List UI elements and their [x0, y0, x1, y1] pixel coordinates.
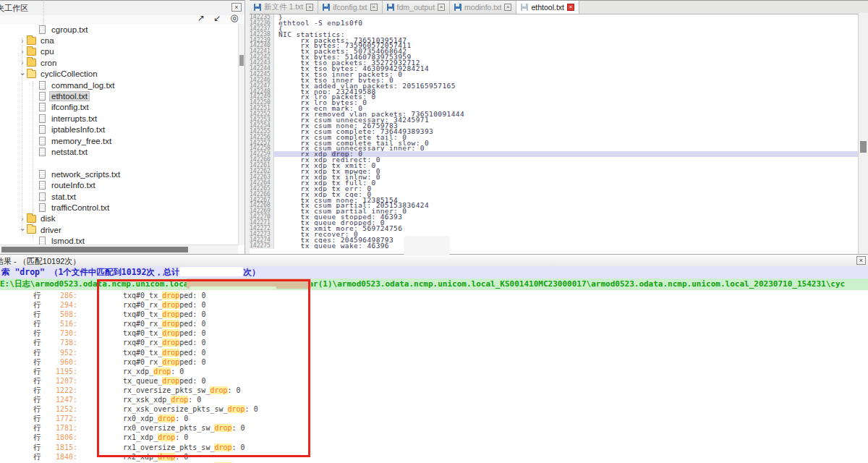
editor-line: 142261 rx_xdp_tx_xmit: 0: [250, 163, 859, 169]
close-icon[interactable]: ×: [231, 3, 242, 12]
tree-item[interactable]: › driver: [0, 224, 238, 235]
tab-close-icon[interactable]: ×: [504, 4, 511, 11]
folder-icon: [27, 215, 36, 223]
editor-line: 142248 tx_nop: 232419588: [250, 89, 859, 95]
row-line-number: 1207:: [43, 376, 77, 386]
locate-file-icon[interactable]: ◎: [229, 12, 240, 24]
tree-item-label: disk: [39, 214, 56, 223]
tree-item[interactable]: › cpu: [0, 46, 238, 57]
tab-close-icon[interactable]: ×: [567, 4, 574, 11]
line-text: tx_tso_inner_bytes: 0: [274, 77, 859, 83]
tree-item[interactable]: › cyclicCollection: [0, 69, 238, 80]
tree-item[interactable]: iptablesInfo.txt: [0, 124, 238, 135]
tree-item[interactable]: › cron: [0, 57, 238, 68]
tree-item[interactable]: network_scripts.txt: [0, 169, 238, 179]
expand-all-icon[interactable]: ↗: [195, 12, 207, 24]
row-line-label: 行: [33, 404, 43, 414]
tree-item-label: interrupts.txt: [50, 114, 98, 123]
file-icon: [39, 192, 46, 201]
line-text: tx_queue_stopped: 46393: [274, 214, 859, 220]
editor-line: 142249 rx_lro_packets: 0: [250, 94, 859, 100]
row-line-number: 1781:: [43, 423, 77, 433]
save-icon: [454, 4, 461, 11]
editor-line: 142268 tx_csum_partial: 205153836424: [250, 203, 859, 208]
tree-item-label: iptablesInfo.txt: [50, 125, 106, 134]
line-text: rx_csum_unnecessary: 34245971: [274, 117, 859, 123]
editor-vertical-scrollbar[interactable]: [858, 13, 868, 254]
tree-item[interactable]: memory_free.txt: [0, 135, 238, 146]
tree-item[interactable]: netstat.txt: [0, 146, 238, 157]
editor-tab[interactable]: ethtool.txt ×: [516, 1, 579, 14]
tab-close-icon[interactable]: ×: [370, 4, 378, 11]
tree-item[interactable]: ifconfig.txt: [0, 102, 238, 113]
tree-expand-arrow-icon[interactable]: ›: [19, 69, 27, 78]
row-line-number: 730:: [43, 328, 77, 338]
tree-expand-arrow-icon[interactable]: ›: [18, 215, 27, 223]
tree-item-label: command_log.txt: [50, 81, 116, 90]
editor-line: 142246 tx_tso_inner_bytes: 0: [250, 77, 859, 83]
tree-horizontal-scrollbar-thumb[interactable]: [1, 247, 188, 252]
tree-item[interactable]: › disk: [0, 213, 238, 224]
tab-label: modinfo.txt: [464, 3, 501, 12]
editor-content[interactable]: 142235 } 142236 ethtool -S enp1s0f0 1422…: [250, 13, 859, 254]
tree-horizontal-scrollbar[interactable]: [0, 245, 238, 254]
editor-line: 142264 rx_xdp_tx_full: 0: [250, 180, 859, 186]
line-text: rx_csum_complete: 736449389393: [274, 129, 859, 135]
row-line-number: 738:: [43, 338, 77, 347]
tree-item[interactable]: [0, 158, 238, 169]
row-line-number: 1222:: [43, 386, 77, 395]
tree-item[interactable]: interrupts.txt: [0, 113, 238, 124]
censor-blob-editor: [404, 236, 450, 255]
save-icon: [323, 4, 330, 11]
editor-line: 142272 tx_xmit_more: 569724756: [250, 226, 859, 232]
collapse-all-icon[interactable]: ↙: [211, 12, 223, 24]
tree-item[interactable]: stat.txt: [0, 191, 238, 202]
editor-line: 142256 rx_csum_complete_tail: 0: [250, 135, 859, 140]
row-line-number: 516:: [43, 319, 77, 328]
tab-close-icon[interactable]: ×: [438, 4, 445, 11]
tree-vertical-scrollbar[interactable]: [238, 24, 244, 245]
tree-expand-arrow-icon[interactable]: ›: [18, 48, 27, 56]
editor-tab[interactable]: fdm_output ×: [383, 1, 451, 14]
row-line-number: 1815:: [43, 443, 77, 452]
tree-vertical-scrollbar-thumb[interactable]: [239, 55, 244, 66]
tab-label: ifconfig.txt: [333, 3, 367, 12]
editor-line: 142235 }: [250, 14, 859, 20]
tree-item-label: cna: [39, 36, 56, 45]
editor-line: 142271 tx_queue_dropped: 0: [250, 220, 859, 226]
tree-item[interactable]: trafficControl.txt: [0, 202, 238, 213]
tree-item[interactable]: routeInfo.txt: [0, 179, 238, 190]
editor-tab[interactable]: modinfo.txt ×: [450, 1, 516, 14]
editor-line: 142260 rx_xdp_redirect: 0: [250, 157, 859, 163]
editor-pane[interactable]: 新文件 1.txt × ifconfig.txt × fdm_output × …: [250, 0, 868, 254]
close-icon[interactable]: ×: [856, 256, 866, 265]
selection-highlight: drop: [331, 151, 349, 157]
tree-item[interactable]: command_log.txt: [0, 80, 238, 90]
editor-tab[interactable]: ifconfig.txt ×: [318, 1, 382, 14]
tree-item[interactable]: lsmod.txt: [0, 235, 238, 245]
tree-item-label: cron: [39, 59, 58, 67]
folder-icon: [27, 37, 36, 45]
editor-line: 142252 rx_removed_vlan_packets: 73651009…: [250, 111, 859, 117]
workspace-titlebar: 夹工作区 ×: [0, 0, 244, 16]
editor-tab[interactable]: 新文件 1.txt ×: [250, 1, 318, 14]
tree-expand-arrow-icon[interactable]: ›: [18, 59, 27, 67]
line-text: rx_bytes: 735960572057411: [274, 43, 859, 48]
line-text: tx_queue_dropped: 0: [274, 220, 859, 226]
tab-close-icon[interactable]: ×: [306, 4, 313, 11]
folder-icon: [27, 59, 36, 67]
editor-line: 142255 rx_csum_complete: 736449389393: [250, 129, 859, 135]
tree-item[interactable]: › cna: [0, 35, 238, 46]
line-text: rx_xdp_tx_err: 0: [274, 186, 859, 192]
editor-vertical-scrollbar-thumb[interactable]: [860, 141, 867, 153]
editor-line: 142257 rx_csum_complete_tail_slow: 0: [250, 140, 859, 146]
line-text: rx_csum_none: 26759783: [274, 123, 859, 129]
row-line-number: 960:: [43, 357, 77, 367]
tree-item[interactable]: ethtool.txt: [0, 90, 238, 101]
tree-expand-arrow-icon[interactable]: ›: [18, 37, 27, 45]
row-line-number: 1252:: [43, 404, 77, 414]
line-text: tx_bytes: 514607839753959: [274, 54, 859, 60]
annotation-rectangle: [97, 279, 310, 457]
tree-item[interactable]: cgroup.txt: [0, 24, 238, 35]
tree-expand-arrow-icon[interactable]: ›: [19, 226, 27, 234]
